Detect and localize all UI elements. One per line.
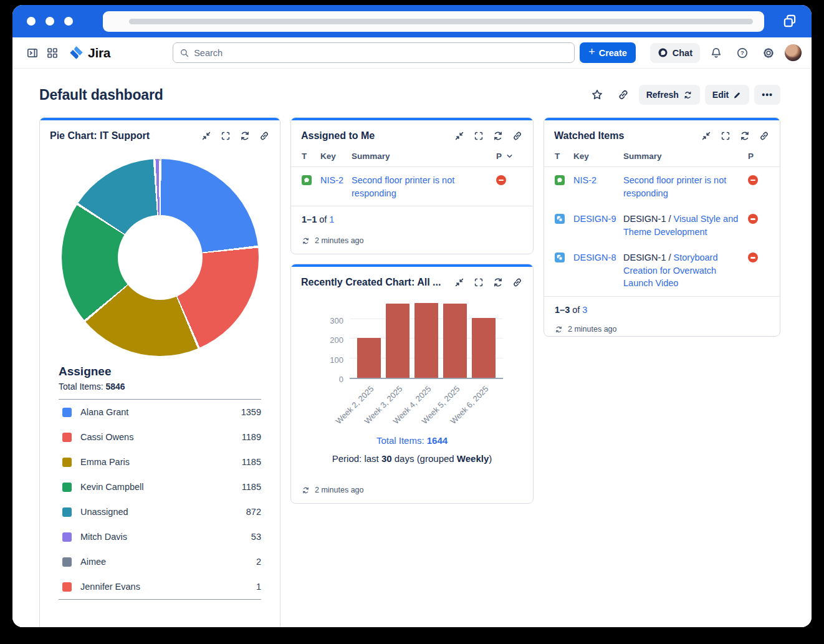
- updated-refresh-icon[interactable]: [302, 486, 310, 494]
- bar-chart-plot: [350, 300, 503, 379]
- parent-issue-label: DESIGN-1 /: [623, 252, 674, 262]
- table-header: T Key Summary P: [302, 147, 522, 166]
- assignee-donut-chart: [62, 159, 259, 356]
- chart-period: Period: last 30 days (grouped Weekly): [291, 453, 533, 464]
- legend-value: 1185: [242, 457, 261, 467]
- legend-swatch: [62, 483, 72, 492]
- refresh-icon[interactable]: [239, 130, 251, 142]
- legend-row: Alana Grant 1359: [59, 400, 261, 425]
- issue-summary: DESIGN-1 / Storyboard Creation for Overw…: [623, 251, 748, 290]
- app-navbar: Jira + Create Chat ?: [12, 37, 812, 69]
- browser-titlebar: [12, 5, 812, 37]
- jira-logo[interactable]: Jira: [69, 45, 110, 60]
- collapse-icon[interactable]: [201, 130, 212, 142]
- bar-chart-x-labels: Week 2, 2025Week 3, 2025Week 4, 2025Week…: [350, 379, 503, 433]
- settings-icon[interactable]: [759, 43, 778, 63]
- dashboard-page: Default dashboard Refresh Edit •••: [12, 69, 812, 627]
- link-icon[interactable]: [259, 130, 270, 142]
- legend-value: 2: [256, 557, 261, 567]
- link-icon[interactable]: [512, 277, 523, 288]
- issue-row: NIS-2 Second floor printer is not respon…: [555, 167, 769, 206]
- y-tick-label: 200: [330, 335, 343, 345]
- issue-key-link[interactable]: DESIGN-9: [573, 214, 616, 224]
- pagination-total-link[interactable]: 1: [329, 214, 334, 224]
- pagination: 1–3 of 3: [544, 297, 780, 315]
- pagination-total-link[interactable]: 3: [582, 305, 587, 315]
- create-button[interactable]: + Create: [580, 42, 636, 63]
- chat-button[interactable]: Chat: [650, 43, 700, 63]
- bar-chart: 0100200300 Week 2, 2025Week 3, 2025Week …: [291, 300, 533, 433]
- help-icon[interactable]: ?: [732, 43, 752, 63]
- sort-chevron-icon[interactable]: [505, 152, 514, 160]
- y-tick-label: 0: [339, 375, 343, 384]
- bar: [386, 304, 410, 378]
- collapse-icon[interactable]: [454, 277, 465, 288]
- pencil-icon: [733, 90, 742, 99]
- link-icon[interactable]: [512, 130, 523, 142]
- jira-wordmark: Jira: [88, 46, 110, 60]
- refresh-icon[interactable]: [492, 277, 504, 288]
- fullscreen-icon[interactable]: [473, 130, 484, 142]
- edit-button[interactable]: Edit: [705, 85, 749, 105]
- updated-refresh-icon[interactable]: [555, 325, 563, 334]
- legend-row: Jennifer Evans 1: [59, 574, 261, 599]
- issue-summary-link[interactable]: Second floor printer is not responding: [352, 175, 454, 198]
- recently-created-chart-gadget: Recently Created Chart: All ... 01002003…: [290, 264, 534, 504]
- search-input[interactable]: [194, 48, 568, 58]
- fullscreen-icon[interactable]: [220, 130, 231, 142]
- type-subtask-icon: [555, 252, 565, 262]
- app-switcher-icon[interactable]: [42, 43, 62, 63]
- more-actions-button[interactable]: •••: [754, 85, 780, 105]
- refresh-button[interactable]: Refresh: [639, 85, 700, 105]
- search-icon: [180, 48, 189, 58]
- gadget-title: Watched Items: [554, 130, 701, 142]
- window-minimize-button[interactable]: [46, 17, 54, 26]
- user-avatar[interactable]: [785, 44, 802, 61]
- refresh-icon[interactable]: [492, 130, 504, 142]
- issue-row: DESIGN-9 DESIGN-1 / Visual Style and The…: [555, 206, 769, 244]
- priority-blocker-icon: [496, 175, 506, 185]
- link-icon[interactable]: [759, 130, 770, 142]
- window-zoom-button[interactable]: [64, 17, 73, 26]
- type-task-icon: [302, 175, 312, 185]
- legend-value: 1189: [242, 432, 261, 442]
- legend-label: Alana Grant: [80, 407, 241, 417]
- legend-label: Aimee: [80, 557, 256, 567]
- copy-tabs-icon[interactable]: [782, 13, 798, 29]
- legend-value: 1185: [242, 482, 261, 492]
- table-header: T Key Summary P: [555, 147, 769, 166]
- share-link-icon[interactable]: [613, 85, 634, 105]
- collapse-icon[interactable]: [454, 130, 465, 142]
- browser-window: Jira + Create Chat ? Default: [12, 5, 812, 627]
- gadget-title: Recently Created Chart: All ...: [301, 277, 454, 288]
- refresh-icon[interactable]: [739, 130, 750, 142]
- svg-text:?: ?: [740, 49, 744, 56]
- issue-summary-link[interactable]: Second floor printer is not responding: [623, 175, 726, 198]
- issue-summary: Second floor printer is not responding: [623, 174, 748, 199]
- legend-value: 872: [246, 507, 261, 517]
- legend-swatch: [62, 582, 72, 592]
- pie-legend: Alana Grant 1359 Cassi Owens 1189 Emma P…: [59, 399, 261, 600]
- window-close-button[interactable]: [27, 17, 36, 26]
- bar: [414, 303, 438, 378]
- issue-key-link[interactable]: NIS-2: [320, 175, 343, 185]
- issue-key-link[interactable]: DESIGN-8: [573, 252, 616, 262]
- priority-blocker-icon: [748, 214, 758, 224]
- sidebar-toggle-icon[interactable]: [22, 43, 42, 63]
- collapse-icon[interactable]: [701, 130, 712, 142]
- gadget-title: Assigned to Me: [301, 130, 454, 142]
- updated-refresh-icon[interactable]: [302, 237, 310, 245]
- legend-label: Cassi Owens: [80, 432, 242, 442]
- notifications-icon[interactable]: [706, 43, 726, 63]
- y-tick-label: 100: [330, 355, 343, 364]
- global-search[interactable]: [173, 42, 575, 63]
- pagination: 1–1 of 1: [291, 206, 533, 224]
- pie-total: Total Items: 5846: [59, 382, 261, 392]
- fullscreen-icon[interactable]: [473, 277, 484, 288]
- legend-swatch: [62, 408, 72, 417]
- issue-key-link[interactable]: NIS-2: [573, 175, 596, 185]
- favorite-star-icon[interactable]: [587, 85, 608, 105]
- fullscreen-icon[interactable]: [720, 130, 731, 142]
- address-bar-content: [129, 19, 753, 24]
- browser-address-bar[interactable]: [103, 11, 764, 32]
